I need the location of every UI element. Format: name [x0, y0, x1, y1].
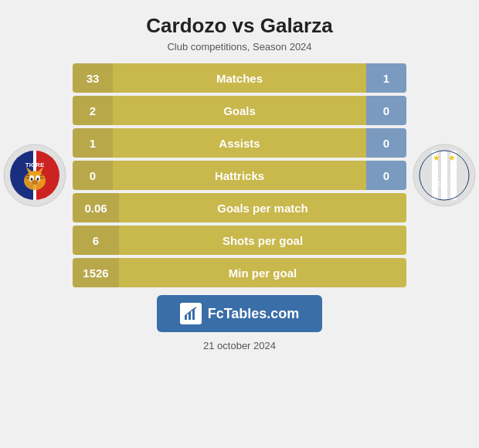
svg-rect-28: [192, 309, 195, 320]
stat-label-hattricks: Hattricks: [113, 161, 366, 190]
stat-right-assists: 0: [366, 128, 406, 158]
stat-row-matches: 33Matches1: [73, 63, 406, 93]
svg-point-12: [32, 180, 38, 185]
stat-row-shots-per-goal: 6Shots per goal: [73, 226, 406, 255]
svg-point-10: [31, 178, 33, 181]
stat-label-shots-per-goal: Shots per goal: [119, 226, 406, 255]
svg-rect-26: [185, 315, 187, 320]
stat-left-min-per-goal: 1526: [73, 258, 119, 287]
fctables-icon: [180, 303, 202, 324]
stat-right-matches: 1: [366, 63, 406, 93]
page-subtitle: Club competitions, Season 2024: [167, 41, 311, 53]
svg-text:TIGRE: TIGRE: [25, 161, 45, 168]
stat-label-assists: Assists: [113, 128, 366, 158]
footer-date: 21 october 2024: [203, 340, 276, 351]
stat-row-assists: 1Assists0: [73, 128, 406, 158]
svg-text:★: ★: [448, 153, 456, 162]
stat-right-hattricks: 0: [366, 161, 406, 190]
main-content: TIGRE 33Matches12Goa: [0, 63, 479, 287]
page-title: Cardozo vs Galarza: [146, 14, 332, 38]
stat-left-goals-per-match: 0.06: [73, 193, 119, 222]
fctables-text: FcTables.com: [208, 306, 300, 322]
stat-left-assists: 1: [73, 128, 113, 158]
stats-container: 33Matches12Goals01Assists00Hattricks00.0…: [70, 63, 409, 287]
stat-left-hattricks: 0: [73, 161, 113, 190]
logo-left: TIGRE: [0, 144, 70, 207]
stat-label-matches: Matches: [113, 63, 366, 93]
stat-label-goals-per-match: Goals per match: [119, 193, 406, 222]
stat-left-goals: 2: [73, 96, 113, 125]
svg-text:★: ★: [433, 153, 440, 162]
svg-rect-20: [441, 151, 447, 200]
stat-left-shots-per-goal: 6: [73, 226, 119, 255]
logo-right: ★ ★ C.A.T: [409, 144, 479, 207]
page-wrapper: Cardozo vs Galarza Club competitions, Se…: [0, 0, 479, 448]
cat-logo-svg: ★ ★ C.A.T: [413, 144, 476, 207]
svg-point-11: [37, 178, 39, 181]
svg-line-14: [26, 178, 29, 178]
stat-right-goals: 0: [366, 96, 406, 125]
fctables-banner[interactable]: FcTables.com: [157, 295, 323, 332]
stat-row-min-per-goal: 1526Min per goal: [73, 258, 406, 287]
stat-row-goals-per-match: 0.06Goals per match: [73, 193, 406, 222]
svg-text:C.A.T: C.A.T: [435, 180, 454, 188]
tigre-logo-svg: TIGRE: [3, 144, 66, 207]
stat-row-goals: 2Goals0: [73, 96, 406, 125]
stat-label-min-per-goal: Min per goal: [119, 258, 406, 287]
stat-row-hattricks: 0Hattricks0: [73, 161, 406, 190]
stat-label-goals: Goals: [113, 96, 366, 125]
svg-line-16: [40, 178, 43, 178]
stat-left-matches: 33: [73, 63, 113, 93]
